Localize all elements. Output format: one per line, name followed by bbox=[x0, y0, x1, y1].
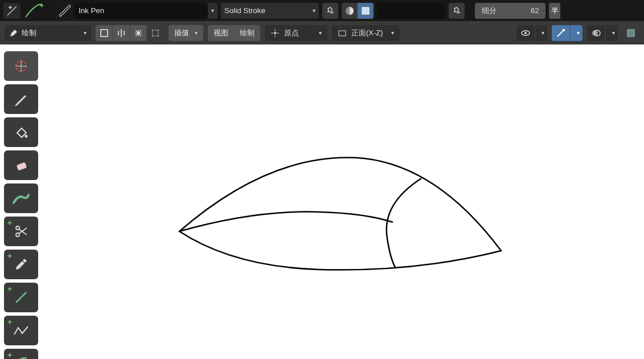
plane-selector[interactable]: 正面(X-Z) ▾ bbox=[332, 25, 400, 41]
select-box-button[interactable] bbox=[96, 25, 113, 41]
chevron-down-icon: ▾ bbox=[195, 30, 198, 36]
burst-icon bbox=[134, 28, 143, 38]
line-icon bbox=[14, 290, 28, 305]
interpolate-menu[interactable]: 插值 ▾ bbox=[169, 25, 203, 41]
subdivide-value: 62 bbox=[531, 6, 539, 15]
chevron-down-icon: ▾ bbox=[535, 25, 547, 41]
plane-icon bbox=[338, 28, 347, 38]
brush-thumbnail bbox=[56, 3, 74, 19]
pencil-icon bbox=[14, 92, 28, 107]
visibility-toggle[interactable]: ▾ bbox=[516, 25, 547, 41]
draw-tool[interactable] bbox=[4, 84, 38, 114]
svg-rect-24 bbox=[17, 162, 27, 171]
svg-point-15 bbox=[524, 32, 527, 34]
gizmo-icon bbox=[552, 25, 570, 41]
cutter-tool[interactable]: + bbox=[4, 217, 38, 246]
pin-stroke-button[interactable] bbox=[322, 3, 338, 19]
brush-selector[interactable]: ▾ bbox=[56, 3, 218, 19]
scissors-icon bbox=[14, 225, 28, 238]
eyedropper-icon bbox=[14, 258, 28, 271]
svg-point-11 bbox=[158, 35, 159, 36]
view-draw-group: 视图 绘制 bbox=[208, 25, 260, 41]
mirror-icon bbox=[117, 28, 126, 38]
svg-rect-5 bbox=[362, 7, 369, 14]
fill-tool[interactable] bbox=[4, 117, 38, 147]
xray-icon bbox=[626, 28, 636, 38]
transform-icon bbox=[151, 28, 160, 38]
plus-icon: + bbox=[7, 251, 12, 260]
draw-menu[interactable]: 绘制 bbox=[234, 25, 260, 41]
pin-color-button[interactable] bbox=[449, 3, 465, 19]
material-mode-toggle[interactable] bbox=[342, 3, 374, 19]
cursor-3d-icon bbox=[13, 58, 29, 74]
polyline-tool[interactable]: + bbox=[4, 316, 38, 345]
material-b-icon bbox=[358, 3, 374, 19]
svg-line-29 bbox=[16, 292, 26, 303]
overlay-toggle[interactable]: ▾ bbox=[587, 25, 618, 41]
polyline-icon bbox=[13, 324, 29, 337]
stroke-style-field[interactable] bbox=[221, 3, 309, 19]
brush-name-input[interactable] bbox=[74, 3, 208, 19]
line-tool[interactable]: + bbox=[4, 283, 38, 312]
transform-button[interactable] bbox=[147, 25, 164, 41]
eraser-icon bbox=[14, 158, 28, 173]
eye-icon bbox=[516, 25, 535, 41]
mode-label: 绘制 bbox=[22, 28, 36, 38]
svg-rect-6 bbox=[101, 30, 108, 36]
eyedropper-tool[interactable]: + bbox=[4, 250, 38, 279]
chevron-down-icon: ▾ bbox=[605, 25, 618, 41]
cursor-tool[interactable] bbox=[4, 51, 38, 81]
svg-point-23 bbox=[25, 135, 28, 138]
overlay-icon bbox=[587, 25, 605, 41]
chevron-down-icon: ▾ bbox=[84, 30, 87, 36]
arc-icon bbox=[14, 356, 28, 359]
arc-tool[interactable]: + bbox=[4, 349, 38, 359]
pencil-icon bbox=[9, 28, 18, 38]
chevron-down-icon: ▾ bbox=[211, 7, 214, 14]
gizmo-toggle[interactable]: ▾ bbox=[552, 25, 583, 41]
chevron-down-icon: ▾ bbox=[570, 25, 583, 41]
drawing-content bbox=[0, 44, 644, 359]
erase-tool[interactable] bbox=[4, 150, 38, 180]
plus-icon: + bbox=[7, 284, 12, 293]
mode-selector[interactable]: 绘制 ▾ bbox=[5, 25, 91, 41]
svg-rect-18 bbox=[627, 30, 634, 36]
bucket-icon bbox=[14, 125, 28, 140]
plus-icon: + bbox=[7, 317, 12, 327]
svg-point-9 bbox=[158, 29, 159, 31]
svg-line-28 bbox=[19, 228, 27, 234]
plus-icon: + bbox=[7, 218, 12, 227]
svg-text:+: + bbox=[40, 3, 44, 10]
mirror-button[interactable] bbox=[113, 25, 130, 41]
viewport-canvas[interactable] bbox=[0, 44, 644, 359]
subdivide-input[interactable]: 细分 62 bbox=[475, 3, 545, 19]
color-field[interactable] bbox=[377, 3, 445, 19]
snap-toggle[interactable] bbox=[3, 3, 20, 19]
origin-selector[interactable]: 原点 ▾ bbox=[265, 25, 327, 41]
select-box-icon bbox=[100, 28, 109, 38]
brush-stroke-icon bbox=[13, 191, 30, 205]
half-button[interactable]: 半 bbox=[549, 3, 560, 19]
svg-point-10 bbox=[152, 35, 154, 36]
stroke-preview: + bbox=[24, 3, 52, 19]
header-bar-2: 绘制 ▾ 插值 ▾ 视图 绘制 原点 ▾ 正面(X-Z) ▾ bbox=[0, 22, 644, 44]
ink-pen-icon bbox=[58, 4, 72, 18]
view-menu[interactable]: 视图 bbox=[208, 25, 234, 41]
stroke-curve-icon: + bbox=[24, 3, 52, 18]
origin-icon bbox=[270, 28, 280, 38]
edit-tool-group bbox=[96, 25, 164, 41]
svg-point-8 bbox=[152, 29, 154, 31]
stroke-style-selector[interactable]: ▾ bbox=[221, 3, 319, 19]
pin-icon bbox=[326, 6, 335, 15]
burst-button[interactable] bbox=[130, 25, 147, 41]
svg-rect-13 bbox=[339, 31, 346, 36]
svg-rect-7 bbox=[153, 30, 158, 36]
tint-tool[interactable] bbox=[4, 183, 38, 213]
subdivide-label: 细分 bbox=[482, 6, 497, 16]
header-bar-1: + ▾ ▾ bbox=[0, 0, 644, 22]
svg-line-27 bbox=[19, 229, 27, 235]
magnet-cross-icon bbox=[6, 5, 18, 17]
xray-toggle[interactable] bbox=[622, 25, 639, 41]
chevron-down-icon: ▾ bbox=[391, 30, 394, 36]
plus-icon: + bbox=[7, 350, 12, 359]
